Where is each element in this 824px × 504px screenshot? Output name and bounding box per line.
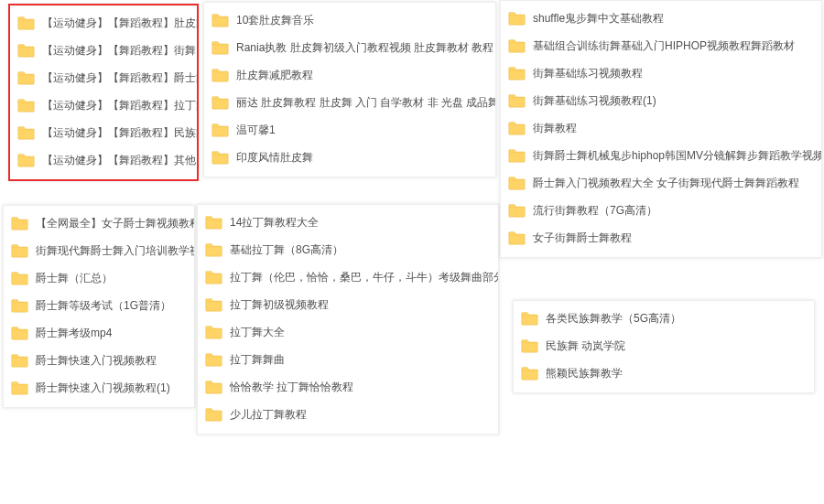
- folder-label: Rania执教 肚皮舞初级入门教程视频 肚皮舞教材 教程 全4集: [236, 40, 495, 56]
- folder-icon: [508, 176, 526, 190]
- folder-item[interactable]: 拉丁舞（伦巴，恰恰，桑巴，牛仔，斗牛）考级舞曲部分下载，资源珍贵: [198, 263, 498, 291]
- folder-label: 街舞现代舞爵士舞入门培训教学视频: [36, 243, 194, 259]
- folder-icon: [521, 311, 538, 326]
- folder-icon: [205, 270, 222, 284]
- folder-label: 【运动健身】【舞蹈教程】拉丁舞: [42, 98, 197, 113]
- folder-icon: [11, 326, 28, 340]
- folder-icon: [17, 70, 35, 85]
- folder-label: 【运动健身】【舞蹈教程】爵士舞: [42, 70, 197, 86]
- folder-label: 肚皮舞减肥教程: [236, 68, 313, 83]
- folder-item[interactable]: 街舞基础练习视频教程(1): [501, 87, 821, 114]
- folder-icon: [205, 325, 222, 339]
- folder-icon: [508, 203, 526, 218]
- folder-label: 【全网最全】女子爵士舞视频教程: [36, 216, 194, 231]
- folder-item[interactable]: 爵士舞快速入门视频教程(1): [4, 374, 194, 402]
- folder-label: 10套肚皮舞音乐: [236, 13, 314, 28]
- folder-icon: [508, 66, 526, 80]
- folder-label: 【运动健身】【舞蹈教程】民族舞: [42, 125, 197, 141]
- folder-item[interactable]: 爵士舞快速入门视频教程: [4, 347, 194, 374]
- folder-item[interactable]: 街舞现代舞爵士舞入门培训教学视频: [4, 237, 194, 264]
- folder-panel-latin: 14拉丁舞教程大全 基础拉丁舞（8G高清） 拉丁舞（伦巴，恰恰，桑巴，牛仔，斗牛…: [197, 204, 499, 434]
- folder-label: 印度风情肚皮舞: [236, 150, 313, 166]
- folder-label: shuffle鬼步舞中文基础教程: [533, 11, 664, 27]
- folder-label: 爵士舞等级考试（1G普清）: [36, 298, 171, 314]
- folder-icon: [11, 216, 28, 231]
- folder-icon: [11, 298, 28, 313]
- folder-item[interactable]: shuffle鬼步舞中文基础教程: [501, 5, 821, 32]
- folder-item[interactable]: 爵士舞（汇总）: [4, 264, 194, 292]
- folder-label: 【运动健身】【舞蹈教程】肚皮舞: [42, 16, 197, 31]
- folder-icon: [521, 366, 538, 381]
- folder-item[interactable]: 14拉丁舞教程大全: [198, 209, 498, 236]
- folder-icon: [17, 125, 35, 140]
- folder-label: 民族舞 动岚学院: [546, 338, 625, 354]
- folder-item[interactable]: 街舞基础练习视频教程: [501, 59, 821, 87]
- folder-panel-categories: 【运动健身】【舞蹈教程】肚皮舞 【运动健身】【舞蹈教程】街舞 【运动健身】【舞蹈…: [8, 4, 199, 181]
- folder-item[interactable]: 街舞教程: [501, 114, 821, 142]
- folder-item[interactable]: 【运动健身】【舞蹈教程】其他: [10, 146, 197, 174]
- folder-item[interactable]: 丽达 肚皮舞教程 肚皮舞 入门 自学教材 非 光盘 成品舞蹈教学: [204, 89, 495, 116]
- folder-icon: [211, 150, 229, 165]
- folder-label: 爵士舞（汇总）: [36, 271, 113, 286]
- folder-item[interactable]: 熊颖民族舞教学: [514, 359, 814, 387]
- folder-item[interactable]: Rania执教 肚皮舞初级入门教程视频 肚皮舞教材 教程 全4集: [204, 34, 495, 61]
- folder-item[interactable]: 肚皮舞减肥教程: [204, 61, 495, 89]
- folder-item[interactable]: 少儿拉丁舞教程: [198, 401, 498, 428]
- folder-icon: [17, 43, 35, 58]
- folder-label: 女子街舞爵士舞教程: [533, 231, 632, 246]
- folder-icon: [205, 407, 222, 422]
- folder-item[interactable]: 【运动健身】【舞蹈教程】街舞: [10, 37, 197, 64]
- folder-item[interactable]: 爵士舞入门视频教程大全 女子街舞现代爵士舞舞蹈教程: [501, 169, 821, 197]
- folder-icon: [211, 40, 229, 55]
- folder-item[interactable]: 各类民族舞教学（5G高清）: [514, 305, 814, 332]
- folder-item[interactable]: 基础拉丁舞（8G高清）: [198, 236, 498, 263]
- folder-item[interactable]: 恰恰教学 拉丁舞恰恰教程: [198, 373, 498, 401]
- folder-item[interactable]: 印度风情肚皮舞: [204, 144, 495, 171]
- folder-icon: [508, 11, 526, 26]
- folder-panel-jazz: 【全网最全】女子爵士舞视频教程 街舞现代舞爵士舞入门培训教学视频 爵士舞（汇总）…: [3, 205, 195, 408]
- folder-label: 爵士舞入门视频教程大全 女子街舞现代爵士舞舞蹈教程: [533, 176, 799, 191]
- folder-item[interactable]: 爵士舞等级考试（1G普清）: [4, 292, 194, 319]
- folder-item[interactable]: 街舞爵士舞机械鬼步hiphop韩国MV分镜解舞步舞蹈教学视频教程合集: [501, 142, 821, 169]
- folder-panel-streetdance: shuffle鬼步舞中文基础教程 基础组合训练街舞基础入门HIPHOP视频教程舞…: [500, 0, 822, 258]
- folder-label: 【运动健身】【舞蹈教程】其他: [42, 153, 196, 168]
- folder-label: 温可馨1: [236, 123, 276, 138]
- folder-icon: [508, 38, 526, 53]
- folder-item[interactable]: 爵士舞考级mp4: [4, 319, 194, 347]
- folder-label: 街舞基础练习视频教程(1): [533, 93, 656, 109]
- folder-label: 基础组合训练街舞基础入门HIPHOP视频教程舞蹈教材: [533, 38, 795, 54]
- folder-icon: [17, 153, 35, 167]
- folder-item[interactable]: 【全网最全】女子爵士舞视频教程: [4, 209, 194, 237]
- folder-item[interactable]: 女子街舞爵士舞教程: [501, 224, 821, 252]
- folder-item[interactable]: 基础组合训练街舞基础入门HIPHOP视频教程舞蹈教材: [501, 32, 821, 59]
- folder-label: 拉丁舞舞曲: [230, 352, 285, 368]
- folder-label: 少儿拉丁舞教程: [230, 407, 307, 423]
- folder-item[interactable]: 民族舞 动岚学院: [514, 332, 814, 359]
- folder-item[interactable]: 【运动健身】【舞蹈教程】爵士舞: [10, 64, 197, 91]
- folder-item[interactable]: 【运动健身】【舞蹈教程】民族舞: [10, 119, 197, 146]
- folder-item[interactable]: 拉丁舞初级视频教程: [198, 291, 498, 318]
- folder-icon: [521, 338, 538, 353]
- folder-label: 爵士舞考级mp4: [36, 326, 112, 341]
- folder-item[interactable]: 10套肚皮舞音乐: [204, 6, 495, 34]
- folder-icon: [508, 93, 526, 108]
- folder-item[interactable]: 拉丁舞舞曲: [198, 346, 498, 373]
- folder-icon: [211, 95, 229, 110]
- folder-label: 熊颖民族舞教学: [546, 366, 623, 381]
- folder-item[interactable]: 拉丁舞大全: [198, 318, 498, 346]
- folder-item[interactable]: 【运动健身】【舞蹈教程】拉丁舞: [10, 91, 197, 119]
- folder-label: 【运动健身】【舞蹈教程】街舞: [42, 43, 196, 59]
- folder-item[interactable]: 【运动健身】【舞蹈教程】肚皮舞: [10, 9, 197, 37]
- folder-label: 拉丁舞大全: [230, 325, 285, 340]
- folder-label: 流行街舞教程（7G高清）: [533, 203, 657, 219]
- folder-item[interactable]: 流行街舞教程（7G高清）: [501, 197, 821, 224]
- folder-panel-folkdance: 各类民族舞教学（5G高清） 民族舞 动岚学院 熊颖民族舞教学: [513, 300, 815, 393]
- folder-icon: [508, 148, 526, 163]
- folder-icon: [205, 352, 222, 367]
- folder-icon: [17, 98, 35, 113]
- folder-item[interactable]: 温可馨1: [204, 116, 495, 144]
- folder-label: 拉丁舞（伦巴，恰恰，桑巴，牛仔，斗牛）考级舞曲部分下载，资源珍贵: [230, 270, 498, 285]
- folder-icon: [508, 231, 526, 245]
- folder-icon: [211, 68, 229, 82]
- folder-icon: [205, 215, 222, 230]
